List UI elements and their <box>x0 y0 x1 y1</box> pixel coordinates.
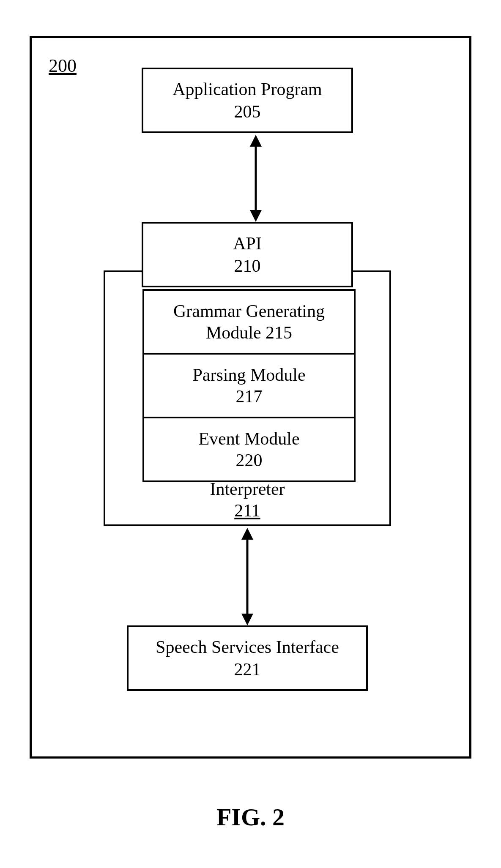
box-number: 217 <box>236 386 263 407</box>
box-interpreter: Grammar Generating Module 215 Parsing Mo… <box>104 270 391 526</box>
box-grammar-module: Grammar Generating Module 215 <box>142 289 356 355</box>
svg-marker-2 <box>250 210 262 222</box>
box-api: API 210 <box>142 222 353 287</box>
box-label: API <box>233 232 262 255</box>
arrow-app-api <box>247 135 264 222</box>
interpreter-label-block: Interpreter 211 <box>105 478 389 521</box>
box-number: 210 <box>234 255 261 277</box>
figure-number-label: 200 <box>49 55 77 76</box>
box-label: Interpreter <box>105 478 389 500</box>
figure-caption: FIG. 2 <box>0 803 501 831</box>
box-number: 221 <box>234 658 261 681</box>
svg-marker-4 <box>241 528 253 540</box>
box-parsing-module: Parsing Module 217 <box>142 353 356 418</box>
box-label: Speech Services Interface <box>156 636 339 658</box>
arrow-interp-speech <box>239 528 256 625</box>
box-label-line2: Module 215 <box>206 322 292 343</box>
box-label: Event Module <box>198 428 299 449</box>
box-number: 220 <box>236 450 263 471</box>
box-number: 205 <box>234 101 261 123</box>
box-speech-services: Speech Services Interface 221 <box>127 625 368 691</box>
box-application-program: Application Program 205 <box>142 68 353 133</box>
box-label: Parsing Module <box>192 364 305 385</box>
box-label: Grammar Generating <box>173 300 325 322</box>
box-number: 211 <box>105 500 389 521</box>
svg-marker-1 <box>250 135 262 147</box>
svg-marker-5 <box>241 614 253 625</box>
box-label: Application Program <box>172 78 322 101</box>
box-event-module: Event Module 220 <box>142 417 356 482</box>
